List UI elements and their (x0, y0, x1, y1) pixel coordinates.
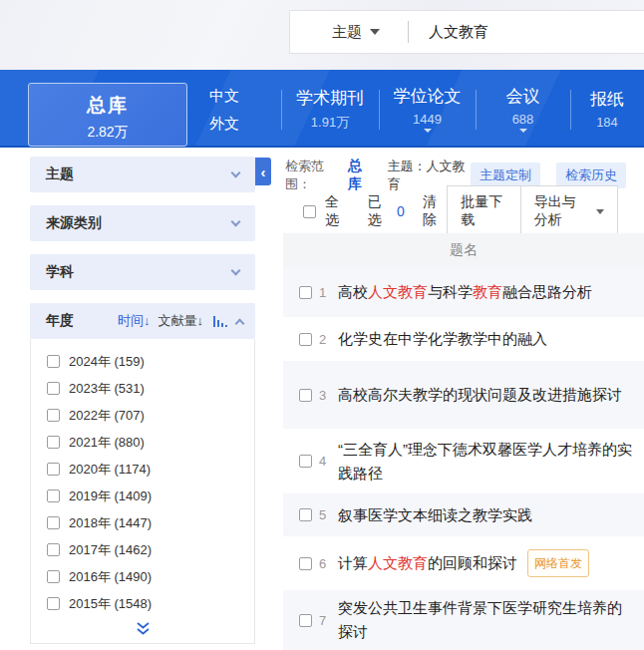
result-title-link[interactable]: 叙事医学文本细读之教学实践 (338, 503, 532, 527)
result-title-link[interactable]: 化学史在中学化学教学中的融入 (338, 327, 547, 351)
row-number: 3 (319, 388, 328, 403)
year-item[interactable]: 2017年 (1462) (31, 536, 254, 563)
sidebar-collapse-button[interactable]: ‹ (255, 158, 271, 185)
year-checkbox[interactable] (47, 409, 60, 422)
year-item[interactable]: 2022年 (707) (31, 402, 254, 429)
year-item[interactable]: 2016年 (1490) (31, 563, 254, 590)
tab-foreign[interactable]: 外文 (209, 110, 239, 138)
year-item[interactable]: 2024年 (159) (31, 348, 254, 375)
year-checkbox[interactable] (47, 597, 60, 610)
sort-by-count[interactable]: 文献量↓ (159, 312, 204, 330)
nav-tab-newspaper[interactable]: 报纸184 (570, 70, 644, 146)
year-checkbox[interactable] (47, 382, 60, 395)
results-content: 检索范围： 总库 主题：人文教育 主题定制 检索历史 全选 已选 0 清除 批量… (279, 148, 644, 650)
result-row[interactable]: 3高校高尔夫教学的现状问题及改进措施探讨 (283, 361, 644, 429)
chevron-down-icon (231, 168, 241, 178)
row-checkbox[interactable] (299, 389, 312, 402)
title-text: 高校 (338, 283, 368, 300)
tab-chinese[interactable]: 中文 (209, 82, 239, 110)
filter-label: 来源类别 (46, 214, 102, 232)
result-title-link[interactable]: 高校高尔夫教学的现状问题及改进措施探讨 (338, 383, 622, 407)
tab-total-library[interactable]: 总库 2.82万 (28, 83, 187, 147)
result-row[interactable]: 6计算人文教育的回顾和探讨网络首发 (283, 536, 644, 590)
filter-topic[interactable]: 主题 (30, 157, 255, 192)
bar-chart-icon[interactable] (213, 316, 227, 327)
result-title-link[interactable]: 计算人文教育的回顾和探讨网络首发 (338, 549, 589, 577)
year-item[interactable]: 2020年 (1174) (31, 456, 254, 483)
nav-tab-count: 184 (596, 115, 618, 130)
chevron-up-icon[interactable] (235, 319, 245, 329)
result-row[interactable]: 5叙事医学文本细读之教学实践 (283, 493, 644, 536)
scope-label: 检索范围： (285, 158, 345, 193)
title-text: 融合思路分析 (502, 283, 592, 300)
export-analyze-button[interactable]: 导出与分析 (520, 186, 617, 236)
batch-download-button[interactable]: 批量下载 (448, 186, 519, 236)
selected-label: 已选 (368, 193, 393, 229)
year-label: 2024年 (159) (69, 353, 145, 371)
expand-more-icon[interactable] (31, 621, 254, 636)
search-field-dropdown[interactable]: 主题 (332, 23, 380, 42)
result-title-link[interactable]: 高校人文教育与科学教育融合思路分析 (338, 280, 592, 304)
nav-tab-academic-journal[interactable]: 学术期刊1.91万 (281, 70, 379, 146)
sort-by-time[interactable]: 时间↓ (118, 312, 151, 330)
row-checkbox[interactable] (299, 614, 312, 627)
row-checkbox[interactable] (299, 508, 312, 521)
title-text: 计算 (338, 554, 368, 571)
year-item[interactable]: 2018年 (1447) (31, 509, 254, 536)
results-toolbar: 全选 已选 0 清除 批量下载 导出与分析 (279, 193, 644, 229)
year-checkbox[interactable] (47, 516, 60, 529)
year-label: 2016年 (1490) (69, 568, 152, 586)
year-checkbox[interactable] (47, 489, 60, 502)
nav-tab-label: 学位论文 (394, 85, 462, 108)
row-number: 6 (319, 556, 328, 571)
year-item[interactable]: 2021年 (880) (31, 429, 254, 456)
row-checkbox[interactable] (299, 333, 312, 346)
year-checkbox[interactable] (47, 463, 60, 476)
result-row[interactable]: 4“三全育人”理念下德术双馨医学人才培养的实践路径 (283, 429, 644, 493)
caret-down-icon (370, 29, 380, 35)
select-all-label[interactable]: 全选 (325, 193, 350, 229)
filter-year-header: 年度 时间↓ 文献量↓ (30, 303, 255, 339)
year-checkbox[interactable] (47, 355, 60, 368)
search-input[interactable]: 人文教育 (429, 23, 488, 42)
title-text: 高校高尔夫教学的现状问题及改进措施探讨 (338, 386, 622, 403)
row-checkbox[interactable] (299, 557, 312, 570)
result-title-link[interactable]: 突发公共卫生事件背景下医学研究生培养的探讨 (338, 596, 636, 644)
highlighted-term: 教育 (473, 283, 502, 300)
title-text: 的回顾和探讨 (428, 554, 517, 571)
search-field-label: 主题 (332, 23, 362, 42)
nav-tab-conference[interactable]: 会议688 (476, 70, 570, 146)
row-number: 2 (319, 332, 328, 347)
select-all-checkbox[interactable] (303, 205, 316, 218)
year-checkbox[interactable] (47, 436, 60, 449)
row-checkbox[interactable] (299, 455, 312, 468)
search-box: 主题 人文教育 (289, 10, 644, 54)
filter-subject[interactable]: 学科 (30, 254, 255, 290)
clear-button[interactable]: 清除 (423, 193, 448, 229)
title-text: 突发公共卫生事件背景下医学研究生培养的探讨 (338, 599, 622, 640)
filter-source-type[interactable]: 来源类别 (30, 205, 255, 241)
filter-label: 学科 (46, 263, 74, 281)
year-item[interactable]: 2019年 (1409) (31, 483, 254, 509)
year-label: 2023年 (531) (69, 380, 145, 398)
result-row[interactable]: 2化学史在中学化学教学中的融入 (283, 317, 644, 361)
scope-database-link[interactable]: 总库 (348, 158, 374, 193)
year-label: 2019年 (1409) (69, 488, 152, 505)
year-label: 2015年 (1548) (69, 595, 152, 613)
year-filter-list: 2024年 (159)2023年 (531)2022年 (707)2021年 (… (30, 339, 255, 644)
year-checkbox[interactable] (47, 570, 60, 583)
result-row[interactable]: 1高校人文教育与科学教育融合思路分析 (283, 267, 644, 317)
language-tabs: 中文 外文 (209, 82, 239, 138)
year-checkbox[interactable] (47, 543, 60, 556)
selected-count[interactable]: 0 (397, 203, 405, 219)
result-title-link[interactable]: “三全育人”理念下德术双馨医学人才培养的实践路径 (338, 438, 636, 486)
dropdown-caret-icon (519, 129, 527, 133)
nav-tab-thesis[interactable]: 学位论文1449 (379, 70, 476, 146)
toolbar-button-group: 批量下载 导出与分析 (447, 185, 618, 237)
year-label: 2018年 (1447) (69, 514, 152, 532)
year-item[interactable]: 2023年 (531) (31, 375, 254, 402)
result-row[interactable]: 7突发公共卫生事件背景下医学研究生培养的探讨 (283, 590, 644, 650)
year-item[interactable]: 2015年 (1548) (31, 590, 254, 617)
row-checkbox[interactable] (299, 286, 312, 299)
year-label: 2020年 (1174) (69, 461, 151, 479)
